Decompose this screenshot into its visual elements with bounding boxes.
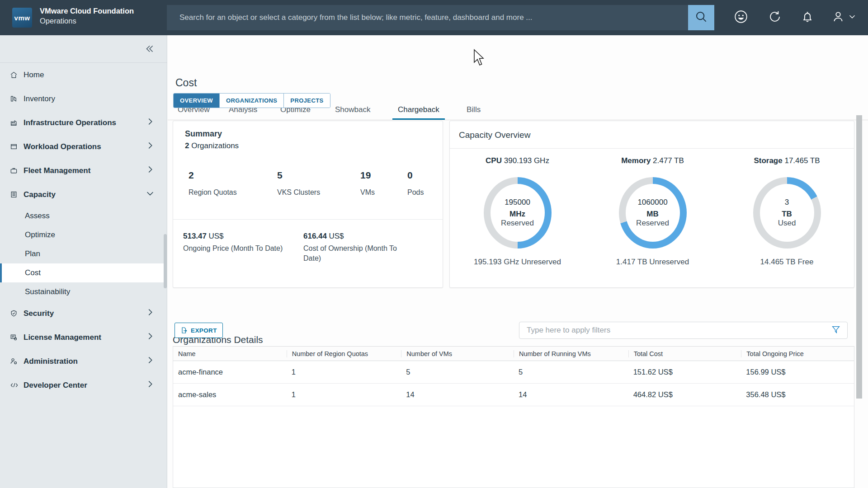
sidebar-item-workload-operations[interactable]: Workload Operations (0, 135, 167, 159)
chevron-right-icon[interactable] (145, 307, 155, 319)
sidebar-item-sustainability[interactable]: Sustainability (0, 282, 167, 301)
chevron-down-icon[interactable] (847, 12, 857, 23)
subtab-organizations[interactable]: ORGANIZATIONS (219, 94, 283, 108)
storage-center-word: Used (778, 219, 796, 228)
filter-funnel-icon[interactable] (831, 324, 847, 336)
cost-of-ownership-value: 616.44 (303, 232, 327, 240)
search-icon (694, 10, 708, 25)
memory-name: Memory (621, 156, 651, 165)
stat-value: 0 (407, 170, 424, 181)
tab-bills[interactable]: Bills (461, 105, 486, 120)
cell-total-ongoing-price: 356.48 US$ (741, 390, 854, 399)
sidebar-scrollbar-thumb[interactable] (164, 234, 167, 288)
stat-label: VKS Clusters (277, 188, 320, 197)
feedback-smiley-icon[interactable] (733, 9, 749, 26)
chevron-right-icon[interactable] (145, 141, 155, 153)
sidebar-item-label: Infrastructure Operations (24, 118, 145, 127)
license-icon (10, 333, 20, 341)
stat-vms: 19 VMs (360, 170, 375, 197)
sidebar-item-capacity[interactable]: Capacity (0, 183, 167, 206)
chevron-right-icon[interactable] (145, 164, 155, 177)
storage-donut-chart: 3 TB Used (753, 177, 821, 249)
subtab-projects[interactable]: PROJECTS (283, 94, 330, 108)
column-header-vms[interactable]: Number of VMs (401, 350, 514, 357)
app-header: vmw VMware Cloud Foundation Operations S… (0, 0, 868, 35)
chevron-down-icon[interactable] (145, 188, 155, 201)
sidebar-item-inventory[interactable]: Inventory (0, 87, 167, 111)
tab-showback[interactable]: Showback (330, 105, 376, 120)
global-search[interactable]: Search for an object or select a categor… (167, 5, 714, 30)
summary-divider (173, 219, 443, 220)
sidebar-item-plan[interactable]: Plan (0, 244, 167, 263)
chevron-right-icon[interactable] (145, 117, 155, 129)
home-icon (10, 71, 20, 79)
cpu-label: CPU 390.193 GHz (450, 156, 585, 165)
sidebar-item-fleet-management[interactable]: Fleet Management (0, 159, 167, 183)
sidebar-item-developer-center[interactable]: Developer Center (0, 373, 167, 397)
sidebar-item-cost[interactable]: Cost (0, 263, 167, 282)
stat-pods: 0 Pods (407, 170, 424, 197)
storage-footer: 14.465 TB Free (719, 258, 854, 267)
double-chevron-left-icon[interactable] (143, 43, 155, 56)
capacity-column-cpu: CPU 390.193 GHz 195000 MHz Reserved 195.… (450, 156, 585, 267)
search-button[interactable] (688, 5, 714, 30)
cpu-donut-center: 195000 MHz Reserved (491, 184, 545, 242)
chevron-right-icon[interactable] (145, 355, 155, 367)
sidebar-item-optimize[interactable]: Optimize (0, 225, 167, 244)
column-header-total-cost[interactable]: Total Cost (628, 350, 741, 357)
workload-icon (10, 143, 20, 150)
column-header-total-ongoing-price[interactable]: Total Ongoing Price (741, 350, 854, 357)
search-input-placeholder[interactable]: Search for an object or select a categor… (167, 13, 533, 22)
cost-of-ownership-value-row: 616.44 US$ (303, 232, 416, 241)
cpu-center-word: Reserved (501, 219, 534, 228)
sidebar-collapse-bar (0, 35, 167, 63)
table-row[interactable]: acme-finance 1 5 5 151.62 US$ 156.99 US$ (173, 361, 854, 384)
memory-label: Memory 2.477 TB (585, 156, 720, 165)
stat-value: 2 (189, 170, 237, 181)
column-header-region-quotas[interactable]: Number of Region Quotas (287, 350, 401, 357)
sidebar-item-label: Optimize (25, 230, 55, 239)
sidebar-item-label: Administration (24, 357, 145, 366)
organizations-table: Name Number of Region Quotas Number of V… (173, 346, 854, 488)
filter-placeholder[interactable]: Type here to apply filters (519, 326, 831, 335)
tab-chargeback[interactable]: Chargeback (392, 105, 445, 120)
cell-total-cost: 464.82 US$ (628, 390, 741, 399)
summary-subtitle: 2 Organizations (185, 141, 239, 150)
notification-bell-icon[interactable] (800, 9, 815, 26)
table-row[interactable]: acme-sales 1 14 14 464.82 US$ 356.48 US$ (173, 384, 854, 406)
main-content: Cost Overview Analysis Optimize Showback… (168, 35, 868, 488)
cell-total-ongoing-price: 156.99 US$ (741, 368, 854, 376)
sidebar-item-label: Home (24, 70, 155, 80)
chevron-right-icon[interactable] (145, 379, 155, 391)
sidebar-item-assess[interactable]: Assess (0, 206, 167, 225)
sidebar-item-home[interactable]: Home (0, 63, 167, 87)
column-header-running-vms[interactable]: Number of Running VMs (514, 350, 628, 357)
memory-center-word: Reserved (636, 219, 669, 228)
cost-of-ownership-unit: US$ (329, 232, 344, 240)
cell-vms: 5 (401, 368, 514, 376)
sidebar-item-label: Fleet Management (24, 166, 145, 175)
brand-line-2: Operations (40, 16, 134, 26)
stat-value: 5 (277, 170, 320, 181)
export-icon (180, 327, 188, 334)
page-scrollbar-thumb[interactable] (856, 115, 862, 399)
user-icon[interactable] (830, 9, 846, 26)
storage-center-unit: TB (782, 210, 792, 219)
ongoing-price-label: Ongoing Price (Month To Date) (183, 244, 292, 253)
sidebar-item-administration[interactable]: Administration (0, 349, 167, 373)
code-icon (10, 381, 20, 389)
sidebar-item-infrastructure-operations[interactable]: Infrastructure Operations (0, 111, 167, 135)
column-header-name[interactable]: Name (173, 350, 287, 357)
refresh-icon[interactable] (767, 9, 783, 26)
filter-input[interactable]: Type here to apply filters (519, 322, 848, 339)
sidebar-item-security[interactable]: Security (0, 301, 167, 325)
sidebar-item-license-management[interactable]: License Management (0, 325, 167, 349)
chevron-right-icon[interactable] (145, 331, 155, 343)
memory-donut-chart: 1060000 MB Reserved (619, 177, 687, 249)
export-button[interactable]: EXPORT (175, 323, 223, 338)
cpu-footer: 195.193 GHz Unreserved (450, 258, 585, 267)
cost-of-ownership-label: Cost of Ownership (Month To Date) (303, 244, 416, 263)
vmware-logo: vmw (12, 8, 32, 28)
subtab-overview[interactable]: OVERVIEW (174, 94, 219, 108)
sidebar-item-label: Plan (25, 249, 40, 258)
